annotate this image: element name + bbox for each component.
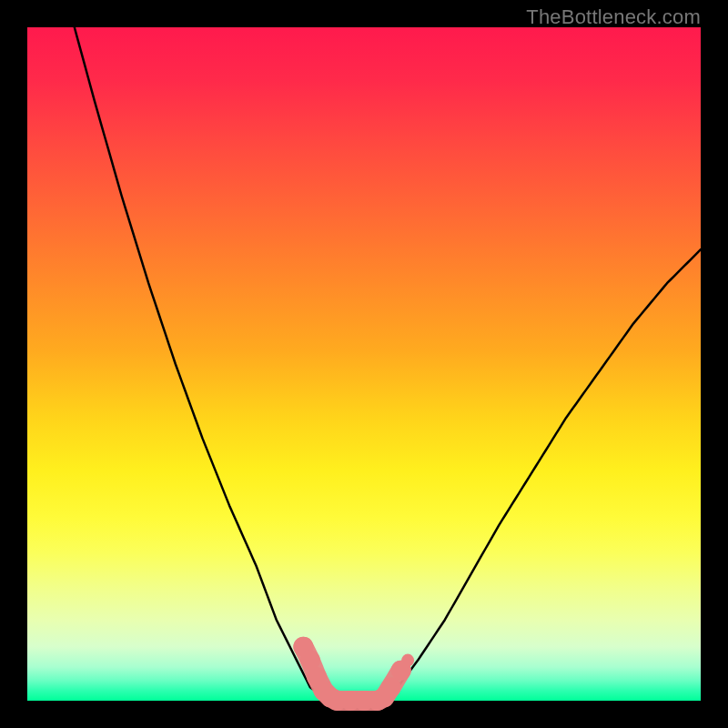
data-markers	[293, 637, 414, 711]
curve-lines	[75, 27, 701, 701]
plot-area	[27, 27, 701, 701]
marker-dot-outlier	[401, 654, 414, 667]
chart-svg	[27, 27, 701, 701]
chart-frame: TheBottleneck.com	[0, 0, 728, 728]
series-left-curve	[75, 27, 330, 701]
watermark-text: TheBottleneck.com	[526, 5, 701, 29]
marker-dot	[381, 677, 401, 697]
series-right-curve	[384, 249, 701, 701]
